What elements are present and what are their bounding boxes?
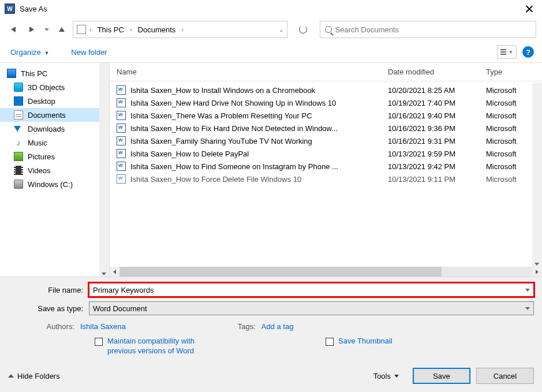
new-folder-button[interactable]: New folder	[69, 47, 109, 58]
file-type: Microsoft	[486, 175, 535, 184]
sidebar-item-label: Pictures	[28, 152, 55, 161]
tools-button[interactable]: Tools	[373, 372, 399, 380]
chevron-down-icon: ▼	[509, 50, 513, 55]
word-file-icon	[117, 174, 126, 184]
sidebar-item-pictures[interactable]: Pictures	[0, 150, 109, 163]
dropdown-icon[interactable]	[525, 289, 530, 292]
column-type[interactable]: Type	[486, 68, 535, 76]
tags-group: Tags: Add a tag	[224, 322, 294, 331]
help-button[interactable]: ?	[522, 46, 534, 58]
sidebar-item-cdrive[interactable]: Windows (C:)	[0, 177, 109, 191]
file-name: Ishita Saxen_New Hard Drive Not Showing …	[130, 99, 388, 107]
arrow-right-icon	[29, 27, 34, 32]
sidebar-scrollbar[interactable]	[99, 63, 109, 277]
file-date: 10/13/2021 9:42 PM	[388, 162, 486, 171]
chevron-down-icon	[44, 28, 49, 31]
sidebar-item-label: Videos	[28, 166, 51, 175]
savetype-select[interactable]: Word Document	[89, 301, 534, 315]
forward-button[interactable]	[24, 22, 39, 37]
file-row[interactable]: Ishita Saxen_Family Sharing YouTube TV N…	[110, 135, 542, 147]
file-row[interactable]: Ishita Saxen_How to Find Someone on Inst…	[110, 160, 542, 173]
maintain-compat-checkbox[interactable]	[95, 338, 103, 346]
recent-dropdown[interactable]	[43, 22, 51, 37]
savetype-label: Save as type:	[8, 304, 89, 313]
word-file-icon	[117, 98, 126, 107]
sidebar-item-label: 3D Objects	[28, 83, 65, 92]
breadcrumb-dropdown[interactable]: ⌄	[279, 27, 283, 33]
organize-button[interactable]: Organize ▼	[8, 47, 51, 58]
breadcrumb[interactable]: › This PC › Documents › ⌄	[73, 21, 287, 38]
form-area: File name: Save as type: Word Document A…	[0, 277, 542, 362]
file-type: Microsoft	[486, 111, 535, 120]
file-name: Ishita Saxen_How to Install Windows on a…	[130, 86, 388, 95]
sidebar-item-label: Downloads	[28, 125, 65, 133]
file-row[interactable]: Ishita Saxen_How to Delete PayPal10/13/2…	[110, 147, 542, 160]
breadcrumb-thispc[interactable]: This PC	[95, 24, 126, 35]
view-options-button[interactable]: ▼	[497, 45, 517, 59]
sidebar-item-label: Desktop	[28, 97, 55, 106]
search-input[interactable]	[335, 25, 532, 34]
word-file-icon	[117, 111, 126, 120]
scroll-down-icon	[534, 263, 539, 266]
hide-folders-label: Hide Folders	[17, 372, 60, 380]
save-thumbnail-label[interactable]: Save Thumbnail	[338, 337, 393, 346]
file-row[interactable]: Ishita Saxen_New Hard Drive Not Showing …	[110, 96, 542, 109]
file-row[interactable]: Ishita Saxen_How to Install Windows on a…	[110, 84, 542, 96]
file-type: Microsoft	[486, 99, 535, 107]
3d-icon	[14, 83, 23, 92]
sidebar-item-label: Documents	[28, 111, 66, 120]
scroll-left-button[interactable]	[110, 267, 119, 277]
breadcrumb-folder[interactable]: Documents	[136, 24, 178, 35]
save-button[interactable]: Save	[413, 368, 470, 384]
column-name[interactable]: Name	[117, 68, 388, 76]
horizontal-scrollbar[interactable]	[110, 267, 542, 277]
scroll-right-button[interactable]	[532, 267, 542, 277]
file-row[interactable]: Ishita Saxen_There Was a Problem Resetti…	[110, 109, 542, 122]
maintain-compat-label[interactable]: Maintain compatibility with previous ver…	[107, 337, 210, 356]
downloads-icon	[14, 124, 23, 133]
titlebar: W Save As	[0, 0, 542, 17]
tags-label: Tags:	[224, 322, 256, 331]
file-name: Ishita Saxen_How to Find Someone on Inst…	[130, 162, 388, 171]
column-date[interactable]: Date modified	[388, 68, 486, 76]
tags-value[interactable]: Add a tag	[261, 322, 294, 331]
file-name: Ishita Saxen_How to Fix Hard Drive Not D…	[130, 124, 388, 133]
sidebar-item-videos[interactable]: Videos	[0, 163, 109, 177]
back-button[interactable]	[6, 22, 21, 37]
sidebar-item-thispc[interactable]: This PC	[0, 66, 109, 80]
column-headers[interactable]: Name Date modified Type	[110, 63, 542, 81]
sidebar-item-music[interactable]: ♪Music	[0, 136, 109, 150]
file-name: Ishita Saxen_There Was a Problem Resetti…	[130, 111, 388, 120]
videos-icon	[14, 166, 23, 175]
filename-input[interactable]	[93, 286, 530, 294]
organize-label: Organize	[10, 48, 41, 57]
file-name: Ishita Saxen_Family Sharing YouTube TV N…	[130, 137, 388, 145]
up-button[interactable]	[54, 22, 69, 37]
authors-label: Authors:	[43, 322, 74, 331]
file-row[interactable]: Ishita Saxen_How to Force Delete File Wi…	[110, 173, 542, 185]
arrow-right-icon	[536, 270, 539, 274]
maintain-compat-group: Maintain compatibility with previous ver…	[95, 337, 210, 356]
checkbox-row: Maintain compatibility with previous ver…	[8, 337, 534, 362]
sidebar-item-3dobjects[interactable]: 3D Objects	[0, 80, 109, 94]
sidebar-item-downloads[interactable]: Downloads	[0, 122, 109, 136]
sidebar-item-label: Windows (C:)	[28, 180, 73, 189]
savetype-row: Save as type: Word Document	[8, 301, 534, 315]
search-box[interactable]	[320, 21, 537, 38]
hide-folders-button[interactable]: Hide Folders	[8, 372, 60, 380]
sidebar-item-documents[interactable]: Documents	[0, 108, 109, 122]
file-row[interactable]: Ishita Saxen_How to Fix Hard Drive Not D…	[110, 122, 542, 135]
cancel-button[interactable]: Cancel	[476, 368, 534, 384]
authors-value[interactable]: Ishita Saxena	[80, 322, 126, 331]
sidebar-item-desktop[interactable]: Desktop	[0, 94, 109, 108]
scrollbar-thumb[interactable]	[119, 267, 442, 277]
file-date: 10/20/2021 8:25 AM	[388, 86, 486, 95]
save-thumbnail-checkbox[interactable]	[326, 338, 334, 346]
refresh-button[interactable]	[294, 21, 312, 38]
scrollbar-track[interactable]	[119, 267, 532, 277]
address-row: › This PC › Documents › ⌄	[0, 17, 542, 42]
close-button[interactable]	[521, 1, 537, 17]
content-area: This PC 3D Objects Desktop Documents Dow…	[0, 63, 542, 277]
filename-input-container[interactable]	[89, 283, 534, 297]
vertical-scrollbar[interactable]	[532, 83, 542, 267]
